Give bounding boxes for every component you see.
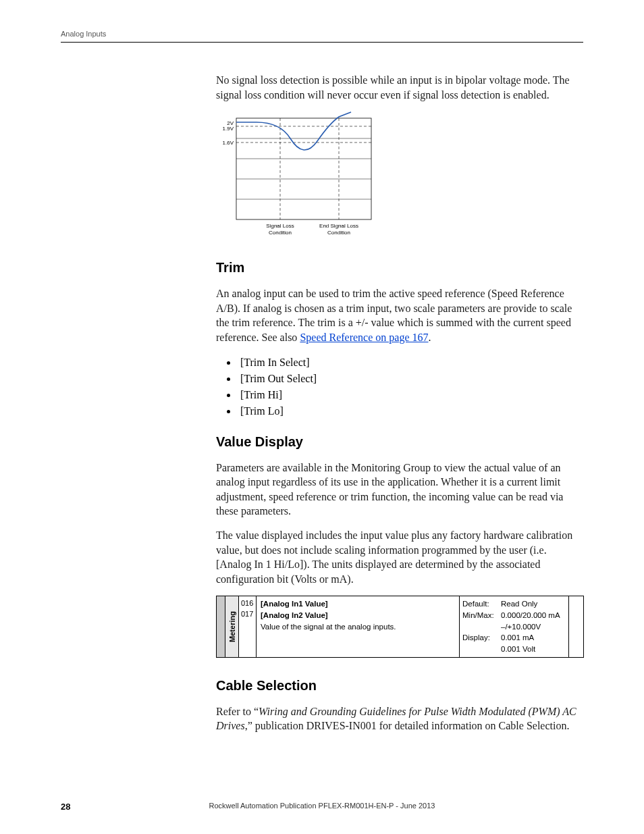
svg-rect-0 xyxy=(236,118,371,219)
xlabel-signal-loss-2: Condition xyxy=(269,230,292,236)
publication-footer: Rockwell Automation Publication PFLEX-RM… xyxy=(0,802,644,810)
ytick-19v: 1.9V xyxy=(223,126,234,132)
intro-paragraph: No signal loss detection is possible whi… xyxy=(216,73,584,102)
xlabel-end-signal-loss-1: End Signal Loss xyxy=(319,223,358,229)
trim-heading: Trim xyxy=(216,260,584,276)
table-right-stub xyxy=(568,596,583,656)
table-stripe xyxy=(216,596,225,656)
table-param-numbers: 016 017 xyxy=(239,596,257,656)
list-item: [Trim Lo] xyxy=(238,403,584,419)
value-display-heading: Value Display xyxy=(216,434,584,450)
page-header: Analog Inputs xyxy=(61,30,583,43)
cable-selection-paragraph: Refer to “Wiring and Grounding Guideline… xyxy=(216,704,584,733)
trim-list: [Trim In Select] [Trim Out Select] [Trim… xyxy=(238,355,584,419)
table-group-label: Metering xyxy=(225,596,239,656)
list-item: [Trim Hi] xyxy=(238,387,584,403)
value-display-p1: Parameters are available in the Monitori… xyxy=(216,461,584,519)
ytick-16v: 1.6V xyxy=(223,140,234,146)
signal-loss-chart: 2V 1.9V 1.6V Signal Loss Condition End S… xyxy=(216,111,584,242)
list-item: [Trim In Select] xyxy=(238,355,584,371)
xlabel-signal-loss-1: Signal Loss xyxy=(266,223,294,229)
speed-reference-link[interactable]: Speed Reference on page 167 xyxy=(300,332,428,343)
xlabel-end-signal-loss-2: Condition xyxy=(327,230,350,236)
table-attr-labels: Default: Min/Max: Display: xyxy=(459,596,498,656)
table-param-desc: [Analog In1 Value] [Analog In2 Value] Va… xyxy=(257,596,459,656)
table-attr-values: Read Only 0.000/20.000 mA –/+10.000V 0.0… xyxy=(498,596,568,656)
section-label: Analog Inputs xyxy=(61,30,106,38)
value-display-p2: The value displayed includes the input v… xyxy=(216,528,584,586)
cable-selection-heading: Cable Selection xyxy=(216,678,584,694)
parameter-table: Metering 016 017 [Analog In1 Value] [Ana… xyxy=(216,596,584,657)
list-item: [Trim Out Select] xyxy=(238,371,584,387)
trim-paragraph: An analog input can be used to trim the … xyxy=(216,286,584,344)
